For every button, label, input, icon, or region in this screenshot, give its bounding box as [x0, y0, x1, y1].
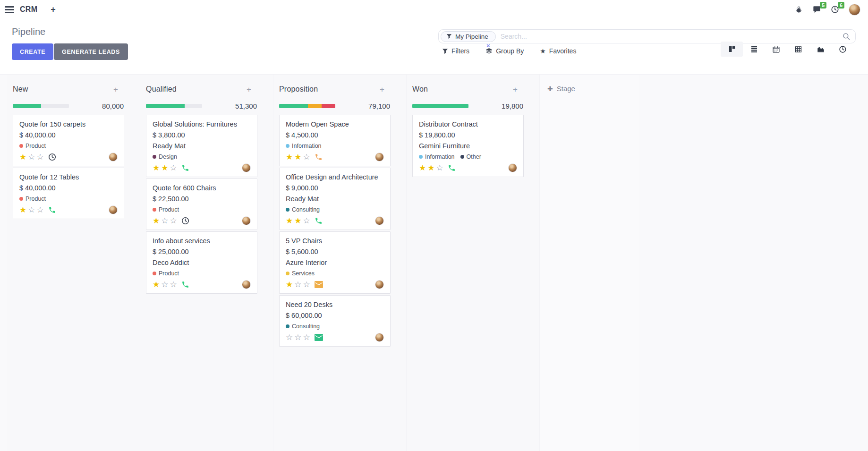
apps-menu-icon[interactable]	[5, 6, 14, 13]
search-input[interactable]	[501, 33, 842, 40]
add-record-icon[interactable]: +	[113, 85, 118, 94]
activity-phone-icon[interactable]	[315, 217, 323, 225]
star-icon-filled[interactable]: ★	[161, 164, 168, 172]
star-icon-filled[interactable]: ★	[286, 217, 293, 225]
salesperson-avatar[interactable]	[375, 216, 384, 225]
star-icon-filled[interactable]: ★	[153, 164, 160, 172]
salesperson-avatar[interactable]	[375, 280, 384, 289]
star-icon-filled[interactable]: ★	[19, 206, 26, 214]
progress-segment[interactable]	[412, 104, 468, 108]
salesperson-avatar[interactable]	[242, 163, 251, 172]
star-icon-empty[interactable]: ☆	[161, 281, 168, 289]
kanban-card[interactable]: Quote for 600 Chairs$ 22,500.00Product★☆…	[146, 179, 257, 230]
star-icon-empty[interactable]: ☆	[436, 164, 443, 172]
graph-view-button[interactable]	[809, 42, 832, 57]
pivot-view-button[interactable]	[787, 42, 809, 57]
salesperson-avatar[interactable]	[242, 216, 251, 225]
star-icon-empty[interactable]: ☆	[303, 281, 310, 289]
kanban-card[interactable]: 5 VP Chairs$ 5,600.00Azure InteriorServi…	[279, 231, 391, 294]
star-icon-empty[interactable]: ☆	[37, 153, 44, 161]
debug-bug-icon[interactable]	[795, 6, 803, 14]
star-icon-empty[interactable]: ☆	[170, 281, 177, 289]
activity-phone-icon[interactable]	[181, 281, 189, 289]
add-stage-button[interactable]: ✚Stage	[547, 85, 639, 93]
progress-segment[interactable]	[13, 104, 41, 108]
activity-phone-icon[interactable]	[48, 206, 56, 214]
star-icon-empty[interactable]: ☆	[294, 281, 301, 289]
star-icon-empty[interactable]: ☆	[170, 164, 177, 172]
salesperson-avatar[interactable]	[375, 333, 384, 342]
activity-view-button[interactable]	[832, 42, 854, 57]
calendar-view-button[interactable]	[765, 42, 787, 57]
activity-envelope-icon[interactable]	[315, 334, 323, 341]
activity-clock-icon[interactable]	[48, 153, 56, 161]
column-progressbar[interactable]	[279, 104, 335, 108]
salesperson-avatar[interactable]	[109, 153, 118, 162]
column-title[interactable]: Won	[412, 85, 428, 94]
list-view-button[interactable]	[743, 42, 765, 57]
kanban-card[interactable]: Quote for 12 Tables$ 40,000.00Product★☆☆	[13, 168, 124, 219]
progress-segment[interactable]	[308, 104, 322, 108]
star-icon-filled[interactable]: ★	[419, 164, 426, 172]
create-button[interactable]: CREATE	[12, 43, 53, 60]
messages-menu[interactable]: 5	[812, 5, 821, 14]
star-icon-empty[interactable]: ☆	[303, 333, 310, 341]
star-icon-filled[interactable]: ★	[19, 153, 26, 161]
progress-segment[interactable]	[279, 104, 308, 108]
star-icon-filled[interactable]: ★	[153, 281, 160, 289]
star-icon-filled[interactable]: ★	[153, 217, 160, 225]
kanban-card[interactable]: Distributor Contract$ 19,800.00Gemini Fu…	[412, 115, 524, 177]
star-icon-filled[interactable]: ★	[286, 281, 293, 289]
star-icon-filled[interactable]: ★	[294, 153, 301, 161]
salesperson-avatar[interactable]	[242, 280, 251, 289]
kanban-card[interactable]: Global Solutions: Furnitures$ 3,800.00Re…	[146, 115, 257, 177]
salesperson-avatar[interactable]	[508, 163, 517, 172]
filters-menu[interactable]: Filters	[442, 47, 469, 55]
star-icon-empty[interactable]: ☆	[294, 333, 301, 341]
add-record-icon[interactable]: +	[513, 85, 518, 94]
column-progressbar[interactable]	[412, 104, 468, 108]
salesperson-avatar[interactable]	[375, 153, 384, 162]
column-title[interactable]: Qualified	[146, 85, 177, 94]
star-icon-filled[interactable]: ★	[294, 217, 301, 225]
activity-phone-icon[interactable]	[448, 164, 456, 172]
star-icon-empty[interactable]: ☆	[161, 217, 168, 225]
add-record-icon[interactable]: +	[380, 85, 384, 94]
star-icon-empty[interactable]: ☆	[37, 206, 44, 214]
star-icon-empty[interactable]: ☆	[170, 217, 177, 225]
star-icon-filled[interactable]: ★	[427, 164, 434, 172]
generate-leads-button[interactable]: GENERATE LEADS	[54, 43, 128, 60]
star-icon-filled[interactable]: ★	[286, 153, 293, 161]
activity-envelope-icon[interactable]	[315, 281, 323, 288]
star-icon-empty[interactable]: ☆	[303, 153, 310, 161]
user-avatar[interactable]	[849, 4, 860, 16]
search-facet-my-pipeline[interactable]: My Pipeline	[441, 31, 496, 42]
kanban-card[interactable]: Modern Open Space$ 4,500.00Information★★…	[279, 115, 391, 166]
column-progressbar[interactable]	[13, 104, 69, 108]
star-icon-empty[interactable]: ☆	[303, 217, 310, 225]
progress-segment[interactable]	[322, 104, 335, 108]
kanban-card[interactable]: Info about services$ 25,000.00Deco Addic…	[146, 231, 257, 294]
add-tab-button[interactable]: +	[51, 5, 56, 15]
star-icon-empty[interactable]: ☆	[28, 153, 35, 161]
star-icon-empty[interactable]: ☆	[286, 333, 293, 341]
salesperson-avatar[interactable]	[109, 205, 118, 214]
activities-menu[interactable]: 6	[831, 5, 839, 14]
column-title[interactable]: Proposition	[279, 85, 318, 94]
kanban-card[interactable]: Need 20 Desks$ 60,000.00Consulting☆☆☆	[279, 295, 391, 347]
group-by-menu[interactable]: Group By	[485, 47, 524, 55]
kanban-view-button[interactable]	[721, 42, 743, 57]
star-icon-empty[interactable]: ☆	[28, 206, 35, 214]
progress-segment[interactable]	[146, 104, 185, 108]
kanban-card[interactable]: Quote for 150 carpets$ 40,000.00Product★…	[13, 115, 124, 166]
column-title[interactable]: New	[13, 85, 28, 94]
app-title[interactable]: CRM	[20, 5, 37, 14]
kanban-card[interactable]: Office Design and Architecture$ 9,000.00…	[279, 168, 391, 230]
favorites-menu[interactable]: ★ Favorites	[540, 47, 576, 55]
activity-clock-icon[interactable]	[181, 217, 189, 225]
search-icon[interactable]	[842, 32, 851, 41]
activity-phone-icon[interactable]	[181, 164, 189, 172]
add-record-icon[interactable]: +	[247, 85, 251, 94]
column-progressbar[interactable]	[146, 104, 202, 108]
activity-phone-icon[interactable]	[315, 153, 323, 161]
